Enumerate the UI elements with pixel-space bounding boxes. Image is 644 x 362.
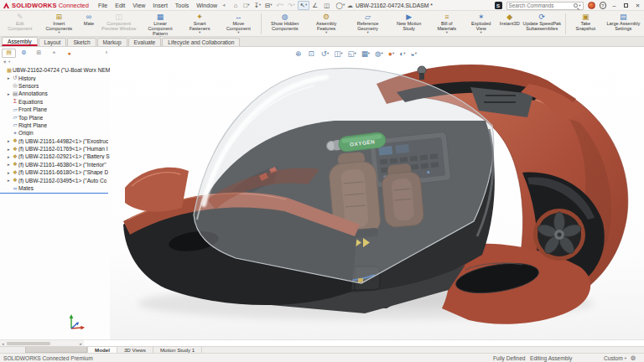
ribbon-button-edit-component[interactable]: ✎Edit Component — [2, 12, 39, 36]
hud-button-zoom-fit[interactable]: ⊕ — [295, 49, 303, 58]
dropdown-caret-icon — [327, 52, 329, 55]
qat-button-save[interactable]: ↧ — [252, 1, 262, 10]
tab-markup[interactable]: Markup — [97, 38, 127, 47]
filter-icon — [3, 59, 7, 65]
tab-lifecycle-and-collaboration[interactable]: Lifecycle and Collaboration — [162, 38, 240, 47]
menu-item-view[interactable]: View — [132, 3, 145, 8]
ribbon-button-new-motion-study[interactable]: ▶New Motion Study — [388, 12, 429, 36]
exploded-view-icon: ✶ — [478, 13, 485, 21]
tree-item-origin[interactable]: ⌖ Origin — [0, 129, 110, 137]
tree-item-history[interactable]: ↺ History — [0, 74, 110, 81]
close-icon — [636, 3, 640, 9]
tab-assembly[interactable]: Assembly — [2, 37, 38, 46]
ribbon-button-large-assembly-settings[interactable]: ▤Large Assembly Settings — [603, 12, 644, 36]
restore-button[interactable] — [622, 0, 630, 11]
minimize-button[interactable] — [610, 0, 618, 11]
hud-button-view-orientation[interactable]: ◱ — [347, 49, 356, 58]
document-title[interactable]: UBW-21162-04724.SLDASM * — [347, 0, 433, 11]
hud-button-scene[interactable]: ◐ — [399, 49, 405, 58]
tree-item-front-plane[interactable]: ▱ Front Plane — [0, 106, 110, 113]
menu-item-window[interactable]: Window — [196, 3, 217, 8]
graphics-viewport[interactable]: ⊕⊡↺◫◱▦◍●◐◒ — [110, 47, 644, 339]
ribbon-group-assembly-tools: ◍Show Hidden Components⚙Assembly Feature… — [264, 12, 563, 36]
hud-button-hide-show-items[interactable]: ◍ — [375, 49, 383, 58]
tree-item-ubw-21162-04724-u-boat-worx-nemo[interactable]: ▦ UBW-21162-04724 ("U-Boat Worx NEMO — [0, 66, 110, 74]
pane-split-icon: ◫ — [324, 2, 330, 9]
qat-button-select-tool[interactable]: ↖ — [298, 1, 309, 10]
panel-tab-overflow-icon[interactable] — [106, 49, 110, 55]
ribbon-button-take-snapshot[interactable]: ▣Take Snapshot — [569, 12, 603, 36]
scrollbar-thumb[interactable] — [7, 342, 50, 346]
ribbon-button-bill-of-materials[interactable]: ≡Bill of Materials — [429, 12, 464, 36]
qat-button-new-document[interactable]: □ — [242, 1, 251, 10]
tree-item-mates[interactable]: ∞ Mates — [0, 184, 110, 192]
ribbon-button-smart-fasteners[interactable]: ✦Smart Fasteners — [181, 12, 219, 36]
tab-splitter-box[interactable] — [25, 347, 87, 353]
ribbon-button-exploded-view[interactable]: ✶Exploded View — [465, 12, 498, 36]
doc-tab-3d-views[interactable]: 3D Views — [117, 347, 153, 353]
ribbon-button-reference-geometry[interactable]: ▱Reference Geometry — [347, 12, 388, 36]
panel-splitter-handle[interactable] — [47, 46, 55, 50]
panel-tab-display-manager[interactable]: ● — [62, 49, 76, 58]
tree-item-f-ubw-21162-01769-1-human-i[interactable]: ❖ (f) UBW-21162-01769<1> ("Human I — [0, 145, 110, 153]
tree-item-annotations[interactable]: ▤ Annotations — [0, 90, 110, 97]
hud-button-section-view[interactable]: ◫ — [334, 49, 342, 58]
ribbon-button-show-hidden-components[interactable]: ◍Show Hidden Components — [264, 12, 305, 36]
tab-sketch[interactable]: Sketch — [67, 38, 96, 47]
ribbon-button-assembly-features[interactable]: ⚙Assembly Features — [305, 12, 346, 36]
ribbon-button-move-component[interactable]: ↔Move Component — [219, 12, 259, 36]
qat-button-undo[interactable]: ↶ — [275, 1, 285, 10]
doc-tab-model[interactable]: Model — [87, 347, 117, 353]
tree-item-f-ubw-21161-44982-1-exostruc[interactable]: ❖ (f) UBW-21161-44982<1> ("Exostruc — [0, 137, 110, 145]
ribbon-button-insert-components[interactable]: ⊞Insert Components — [39, 12, 80, 36]
menu-item-tools[interactable]: Tools — [175, 3, 189, 8]
propeller[interactable] — [533, 209, 585, 261]
tree-item-f-ubw-21161-66180-1-shape-d[interactable]: ❖ (f) UBW-21161-66180<1> ("Shape D — [0, 168, 110, 176]
hud-button-previous-view[interactable]: ↺ — [321, 49, 329, 58]
tree-item-f-ubw-21162-03495-1-auto-co[interactable]: ❖ (f) UBW-21162-03495<1> ("Auto Co — [0, 176, 110, 184]
ribbon-button-linear-component-pattern[interactable]: ▦Linear Component Pattern — [139, 12, 180, 36]
ribbon-button-component-preview-window[interactable]: ◫Component Preview Window — [98, 12, 139, 36]
globe-icon[interactable] — [631, 354, 636, 361]
ribbon-button-instant3d[interactable]: ◆Instant3D — [498, 12, 522, 36]
user-avatar[interactable] — [588, 2, 595, 9]
panel-tab-feature-manager[interactable]: ▤ — [2, 49, 16, 58]
panel-tab-property-manager[interactable]: ⚙ — [17, 49, 31, 58]
model-canvas[interactable]: OXYGEN — [110, 47, 644, 339]
pin-icon[interactable] — [222, 3, 226, 8]
tree-item-top-plane[interactable]: ▱ Top Plane — [0, 113, 110, 121]
hud-button-display-style[interactable]: ▦ — [361, 49, 370, 58]
help-button[interactable] — [600, 2, 607, 9]
tree-item-right-plane[interactable]: ▱ Right Plane — [0, 122, 110, 129]
3dexperience-icon[interactable] — [495, 2, 502, 9]
status-custom-dropdown[interactable]: Custom — [604, 355, 626, 361]
tree-item-sensors[interactable]: ◎ Sensors — [0, 82, 110, 90]
qat-button-pane-split[interactable]: ◫ — [323, 1, 333, 10]
qat-button-redo[interactable]: ↷ — [287, 1, 297, 10]
panel-tab-configuration-manager[interactable]: ⊞ — [32, 49, 46, 58]
doc-tab-motion-study-1[interactable]: Motion Study 1 — [153, 347, 202, 353]
scroll-right-icon[interactable]: ▸ — [78, 342, 84, 346]
scroll-left-icon[interactable]: ◂ — [0, 342, 6, 346]
search-input[interactable] — [509, 3, 574, 8]
qat-button-print[interactable]: ⊟ — [263, 1, 273, 10]
close-button[interactable] — [634, 0, 641, 11]
hud-button-zoom-area[interactable]: ⊡ — [308, 49, 315, 58]
qat-button-measure-tool[interactable]: ∠ — [311, 1, 321, 10]
qat-button-home[interactable]: ⌂ — [232, 1, 241, 10]
menu-item-file[interactable]: File — [98, 3, 107, 8]
hud-button-edit-appearance[interactable]: ● — [388, 49, 394, 58]
tab-evaluate[interactable]: Evaluate — [128, 38, 162, 47]
tab-layout[interactable]: Layout — [39, 38, 67, 47]
tree-item-f-ubw-21162-02921-1-battery-s[interactable]: ❖ (f) UBW-21162-02921<1> ("Battery S — [0, 153, 110, 160]
ribbon-button-update-speedpak-subassemblies[interactable]: ⟳Update SpeedPak Subassemblies — [522, 12, 563, 36]
hud-button-view-settings[interactable]: ◒ — [411, 49, 417, 58]
tree-item-equations[interactable]: Σ Equations — [0, 98, 110, 106]
menu-item-insert[interactable]: Insert — [153, 3, 168, 8]
menu-item-edit[interactable]: Edit — [115, 3, 125, 8]
search-box[interactable] — [506, 2, 584, 10]
qat-button-options[interactable]: ◯ — [335, 1, 346, 10]
tree-item-f-ubw-21161-46380-1-interior[interactable]: ❖ (f) UBW-21161-46380<1> ("Interior" — [0, 161, 110, 168]
tree-filter-row[interactable] — [0, 58, 110, 65]
ribbon-button-mate[interactable]: ∞Mate — [80, 12, 98, 36]
